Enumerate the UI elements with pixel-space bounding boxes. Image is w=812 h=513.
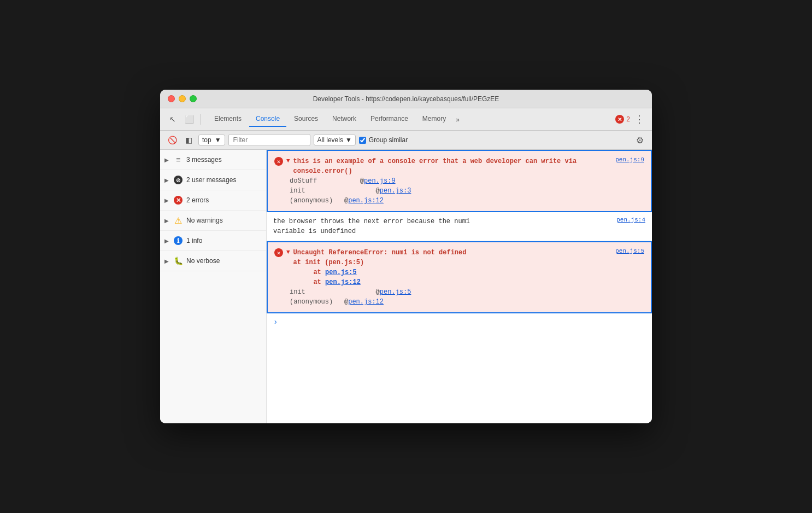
- stack-link-1[interactable]: pen.js:9: [364, 177, 396, 185]
- level-selector[interactable]: All levels ▼: [314, 135, 356, 145]
- error-count: 2: [626, 115, 630, 123]
- sidebar-item-user-messages[interactable]: ▶ ⊘ 2 user messages: [160, 170, 266, 190]
- sidebar-user-messages-label: 2 user messages: [186, 176, 236, 184]
- maximize-button[interactable]: [190, 95, 197, 102]
- tab-performance[interactable]: Performance: [364, 112, 415, 127]
- settings-button[interactable]: ⚙: [633, 133, 646, 147]
- context-arrow-icon: ▼: [215, 136, 221, 144]
- stack-link-3[interactable]: pen.js:12: [348, 197, 384, 205]
- sidebar-item-messages[interactable]: ▶ ≡ 3 messages: [160, 150, 266, 170]
- error-1-icon: ✕: [274, 157, 283, 166]
- traffic-lights: [168, 95, 197, 102]
- tab-elements[interactable]: Elements: [208, 112, 248, 127]
- level-value: All levels: [317, 136, 343, 144]
- sidebar-errors-label: 2 errors: [186, 196, 209, 204]
- info-1-text: the browser throws the next error becaus…: [273, 217, 470, 236]
- devtools-window: Developer Tools - https://codepen.io/kay…: [160, 90, 652, 423]
- group-similar-checkbox[interactable]: [359, 137, 366, 144]
- more-options-button[interactable]: ⋮: [632, 112, 646, 126]
- console-sidebar: ▶ ≡ 3 messages ▶ ⊘ 2 user messages ▶ ✕ 2…: [160, 150, 267, 423]
- expand-arrow-icon: ▶: [164, 218, 170, 224]
- select-tool-button[interactable]: ↖: [166, 112, 180, 126]
- error-2-line3: at pen.js:12: [293, 278, 361, 286]
- stack-line-1: doStuff @ pen.js:9: [274, 176, 644, 186]
- level-arrow-icon: ▼: [345, 136, 352, 144]
- tab-network[interactable]: Network: [326, 112, 363, 127]
- console-prompt[interactable]: ›: [267, 313, 652, 331]
- info-message-1: the browser throws the next error becaus…: [267, 212, 652, 241]
- stack-fn-1: doStuff: [290, 177, 344, 185]
- error-2-link-penjs5[interactable]: pen.js:5: [325, 269, 357, 276]
- minimize-button[interactable]: [179, 95, 186, 102]
- error-count-icon: ✕: [615, 115, 624, 124]
- context-selector[interactable]: top ▼: [198, 135, 225, 145]
- messages-icon: ≡: [173, 155, 183, 165]
- stack-line-3: (anonymous) @ pen.js:12: [274, 196, 644, 206]
- tab-sources[interactable]: Sources: [287, 112, 325, 127]
- sidebar-item-warnings[interactable]: ▶ ⚠ No warnings: [160, 211, 266, 231]
- error-1-toggle[interactable]: ▼: [286, 158, 290, 164]
- toolbar-separator: [201, 114, 201, 125]
- window-title: Developer Tools - https://codepen.io/kay…: [313, 95, 499, 103]
- error-message-1: ✕ ▼ this is an example of a console erro…: [267, 150, 652, 212]
- error2-stack-link-2[interactable]: pen.js:12: [348, 298, 384, 306]
- error-2-header: ✕ ▼ Uncaught ReferenceError: num1 is not…: [274, 248, 644, 287]
- error-2-icon: ✕: [274, 248, 283, 257]
- sidebar-info-label: 1 info: [186, 237, 202, 244]
- info-icon: ℹ: [173, 236, 183, 246]
- prompt-arrow-icon: ›: [273, 318, 278, 327]
- error-2-line2: at pen.js:5: [293, 269, 357, 276]
- user-messages-icon: ⊘: [173, 175, 183, 185]
- sidebar-item-errors[interactable]: ▶ ✕ 2 errors: [160, 190, 266, 211]
- clear-console-button[interactable]: 🚫: [166, 133, 179, 147]
- error-1-header: ✕ ▼ this is an example of a console erro…: [274, 156, 644, 176]
- sidebar-messages-label: 3 messages: [186, 156, 222, 164]
- stack-at-1: @: [344, 177, 364, 185]
- error-1-text: this is an example of a console error th…: [293, 156, 613, 176]
- stack-at-3: @: [344, 197, 348, 205]
- titlebar: Developer Tools - https://codepen.io/kay…: [160, 90, 652, 108]
- stack-fn-2: init: [290, 187, 344, 195]
- error2-stack-fn-2: (anonymous): [290, 298, 344, 306]
- error-2-text: Uncaught ReferenceError: num1 is not def…: [293, 248, 613, 287]
- verbose-icon: 🐛: [173, 256, 183, 266]
- errors-icon: ✕: [173, 195, 183, 205]
- error-2-link-penjs12[interactable]: pen.js:12: [325, 278, 361, 286]
- close-button[interactable]: [168, 95, 175, 102]
- tab-navigation: Elements Console Sources Network Perform…: [205, 112, 464, 127]
- stack-line-2: init @ pen.js:3: [274, 186, 644, 196]
- group-similar-text: Group similar: [369, 136, 408, 144]
- warning-icon: ⚠: [173, 215, 183, 225]
- info-1-location[interactable]: pen.js:4: [616, 217, 645, 223]
- stack-link-2[interactable]: pen.js:3: [380, 187, 411, 195]
- error-2-toggle[interactable]: ▼: [286, 249, 290, 255]
- console-output: ✕ ▼ this is an example of a console erro…: [267, 150, 652, 423]
- group-similar-label[interactable]: Group similar: [359, 136, 408, 144]
- error-badge: ✕ 2: [615, 115, 630, 124]
- sidebar-warnings-label: No warnings: [186, 217, 223, 224]
- error-1-location[interactable]: pen.js:9: [615, 156, 644, 163]
- expand-arrow-icon: ▶: [164, 238, 170, 244]
- error-2-main-text: Uncaught ReferenceError: num1 is not def…: [293, 249, 467, 256]
- error2-stack-link-1[interactable]: pen.js:5: [380, 288, 411, 296]
- tab-memory[interactable]: Memory: [416, 112, 452, 127]
- sidebar-item-verbose[interactable]: ▶ 🐛 No verbose: [160, 251, 266, 271]
- error-message-2: ✕ ▼ Uncaught ReferenceError: num1 is not…: [267, 241, 652, 313]
- tab-toolbar: ↖ ⬜ Elements Console Sources Network Per…: [160, 108, 652, 131]
- console-toolbar: 🚫 ◧ top ▼ All levels ▼ Group similar ⚙: [160, 131, 652, 150]
- error2-stack-line-2: (anonymous) @ pen.js:12: [274, 297, 644, 307]
- expand-arrow-icon: ▶: [164, 258, 170, 264]
- context-value: top: [202, 136, 211, 144]
- main-area: ▶ ≡ 3 messages ▶ ⊘ 2 user messages ▶ ✕ 2…: [160, 150, 652, 423]
- tab-more-button[interactable]: »: [454, 113, 462, 127]
- sidebar-verbose-label: No verbose: [186, 257, 220, 265]
- expand-arrow-icon: ▶: [164, 177, 170, 183]
- sidebar-toggle-button[interactable]: ◧: [182, 133, 195, 147]
- tab-console[interactable]: Console: [249, 112, 286, 127]
- sidebar-item-info[interactable]: ▶ ℹ 1 info: [160, 231, 266, 251]
- device-toggle-button[interactable]: ⬜: [182, 112, 196, 126]
- filter-input[interactable]: [228, 134, 310, 146]
- expand-arrow-icon: ▶: [164, 197, 170, 203]
- stack-fn-3: (anonymous): [290, 197, 344, 205]
- error-2-location[interactable]: pen.js:5: [615, 248, 644, 254]
